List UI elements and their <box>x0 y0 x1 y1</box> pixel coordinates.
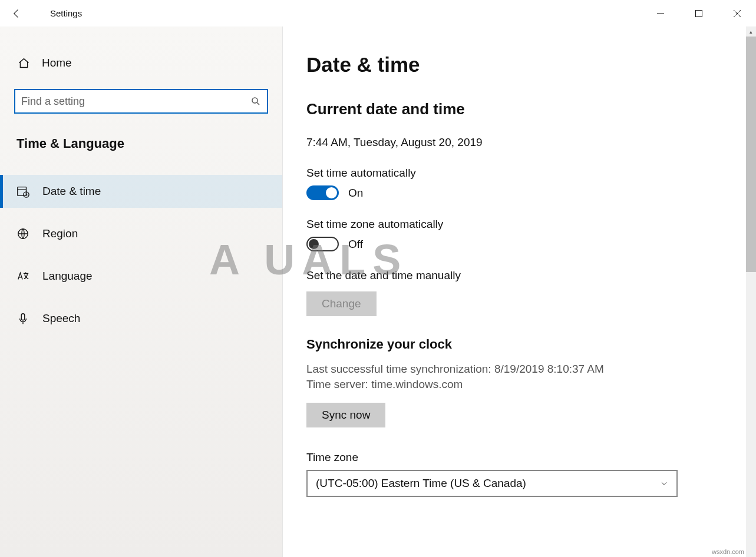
svg-rect-10 <box>21 314 25 320</box>
sidebar-item-label: Language <box>42 270 93 283</box>
maximize-icon <box>695 10 702 17</box>
change-button[interactable]: Change <box>306 291 377 316</box>
sidebar-item-language[interactable]: Language <box>0 260 282 293</box>
sync-server-text: Time server: time.windows.com <box>306 378 732 391</box>
toggle-knob <box>326 187 337 198</box>
main-content: Date & time Current date and time 7:44 A… <box>283 26 756 557</box>
sidebar-item-region[interactable]: Region <box>0 217 282 250</box>
svg-rect-6 <box>18 187 27 196</box>
language-icon <box>16 270 29 283</box>
sidebar-item-date-time[interactable]: Date & time <box>0 175 282 208</box>
current-datetime-value: 7:44 AM, Tuesday, August 20, 2019 <box>306 136 732 149</box>
sidebar: Home Time & Language Date & time Region <box>0 26 283 557</box>
search-input[interactable] <box>21 95 250 108</box>
window-controls <box>641 0 756 26</box>
sidebar-home-label: Home <box>42 57 72 69</box>
set-time-auto-state: On <box>348 187 363 200</box>
sidebar-home[interactable]: Home <box>0 50 282 76</box>
toggle-knob <box>309 239 319 249</box>
home-icon <box>18 57 30 69</box>
page-title: Date & time <box>306 53 732 77</box>
sync-heading: Synchronize your clock <box>306 337 732 352</box>
sidebar-item-label: Date & time <box>42 185 101 198</box>
sidebar-category: Time & Language <box>0 136 282 151</box>
watermark-text: wsxdn.com <box>712 548 744 555</box>
chevron-down-icon <box>660 479 668 488</box>
svg-rect-1 <box>695 10 702 16</box>
current-datetime-heading: Current date and time <box>306 100 732 118</box>
microphone-icon <box>16 312 29 325</box>
search-box[interactable] <box>14 89 268 114</box>
scrollbar[interactable]: ▴ <box>746 26 756 557</box>
set-time-auto-toggle[interactable] <box>306 185 339 200</box>
sync-now-button[interactable]: Sync now <box>306 403 385 427</box>
svg-point-4 <box>252 98 257 103</box>
scroll-up-arrow-icon[interactable]: ▴ <box>746 26 756 37</box>
sidebar-item-label: Region <box>42 227 78 240</box>
window-title: Settings <box>32 8 641 18</box>
sync-last-text: Last successful time synchronization: 8/… <box>306 363 732 376</box>
globe-icon <box>16 227 29 240</box>
maximize-button[interactable] <box>679 0 718 26</box>
timezone-dropdown[interactable]: (UTC-05:00) Eastern Time (US & Canada) <box>306 470 678 497</box>
minimize-button[interactable] <box>641 0 679 26</box>
back-arrow-icon <box>11 8 22 19</box>
set-tz-auto-label: Set time zone automatically <box>306 218 732 231</box>
calendar-clock-icon <box>16 185 29 198</box>
scroll-thumb[interactable] <box>746 37 756 272</box>
sidebar-item-label: Speech <box>42 312 80 325</box>
back-button[interactable] <box>0 0 32 26</box>
set-tz-auto-state: Off <box>348 238 363 251</box>
svg-line-5 <box>257 102 259 105</box>
close-button[interactable] <box>718 0 756 26</box>
timezone-label: Time zone <box>306 451 732 464</box>
minimize-icon <box>657 10 664 17</box>
manual-set-label: Set the date and time manually <box>306 269 732 282</box>
set-tz-auto-toggle[interactable] <box>306 237 339 251</box>
search-icon <box>250 96 261 107</box>
titlebar: Settings <box>0 0 756 26</box>
set-time-auto-label: Set time automatically <box>306 167 732 180</box>
close-icon <box>734 10 741 17</box>
timezone-value: (UTC-05:00) Eastern Time (US & Canada) <box>316 477 526 490</box>
sidebar-item-speech[interactable]: Speech <box>0 302 282 335</box>
